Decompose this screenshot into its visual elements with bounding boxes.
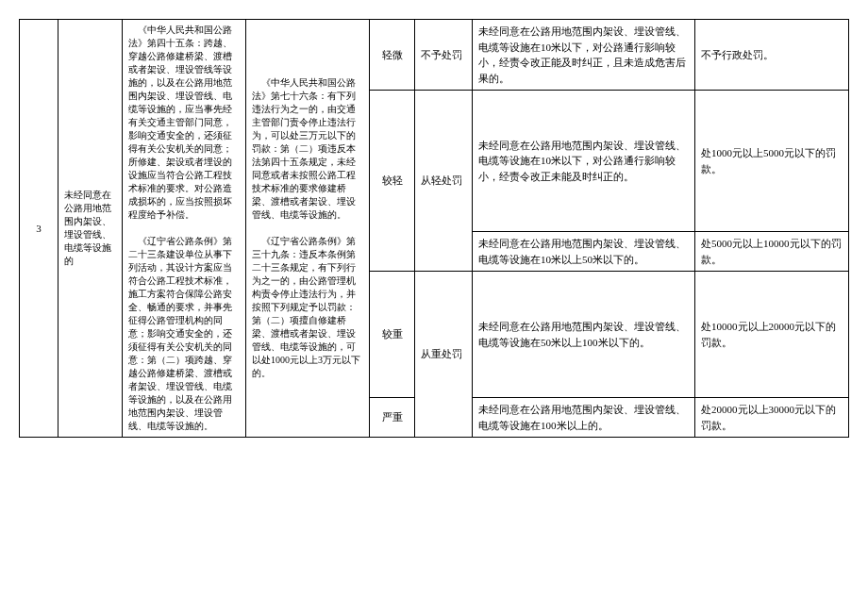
cell-situation-minor: 未经同意在公路用地范围内架设、埋设管线、电缆等设施在10米以下，对公路通行影响较… — [473, 20, 695, 91]
cell-law1: 《中华人民共和国公路法》第四十五条：跨越、穿越公路修建桥梁、渡槽或者架设、埋设管… — [123, 20, 246, 438]
cell-severity-light: 较轻 — [370, 91, 415, 272]
cell-situation-heavy: 未经同意在公路用地范围内架设、埋设管线、电缆等设施在50米以上100米以下的。 — [473, 272, 695, 398]
law1-text-a: 《中华人民共和国公路法》第四十五条：跨越、穿越公路修建桥梁、渡槽或者架设、埋设管… — [128, 24, 240, 222]
cell-penalty-serious: 处20000元以上30000元以下的罚款。 — [695, 398, 849, 438]
cell-penalty-heavy: 处10000元以上20000元以下的罚款。 — [695, 272, 849, 398]
cell-severity-minor: 轻微 — [370, 20, 415, 91]
cell-action-heavy: 从重处罚 — [415, 272, 473, 438]
cell-severity-heavy: 较重 — [370, 272, 415, 398]
cell-situation-light-2: 未经同意在公路用地范围内架设、埋设管线、电缆等设施在10米以上50米以下的。 — [473, 232, 695, 272]
cell-penalty-minor: 不予行政处罚。 — [695, 20, 849, 91]
cell-action-light: 从轻处罚 — [415, 91, 473, 272]
cell-penalty-light-2: 处5000元以上10000元以下的罚款。 — [695, 232, 849, 272]
cell-action-none: 不予处罚 — [415, 20, 473, 91]
cell-law2: 《中华人民共和国公路法》第七十六条：有下列违法行为之一的，由交通主管部门责令停止… — [246, 20, 370, 438]
cell-severity-serious: 严重 — [370, 398, 415, 438]
discretion-table: 3 未经同意在公路用地范围内架设、埋设管线、电缆等设施的 《中华人民共和国公路法… — [19, 19, 849, 438]
cell-situation-light-1: 未经同意在公路用地范围内架设、埋设管线、电缆等设施在10米以下，对公路通行影响较… — [473, 91, 695, 232]
cell-penalty-light-1: 处1000元以上5000元以下的罚款。 — [695, 91, 849, 232]
cell-num: 3 — [20, 20, 58, 438]
law1-text-b: 《辽宁省公路条例》第二十三条建设单位从事下列活动，其设计方案应当符合公路工程技术… — [128, 235, 240, 433]
law2-text-b: 《辽宁省公路条例》第三十九条：违反本条例第二十三条规定，有下列行为之一的，由公路… — [252, 235, 363, 380]
cell-item: 未经同意在公路用地范围内架设、埋设管线、电缆等设施的 — [58, 20, 123, 438]
cell-situation-serious: 未经同意在公路用地范围内架设、埋设管线、电缆等设施在100米以上的。 — [473, 398, 695, 438]
table-row: 3 未经同意在公路用地范围内架设、埋设管线、电缆等设施的 《中华人民共和国公路法… — [20, 20, 849, 91]
law2-text-a: 《中华人民共和国公路法》第七十六条：有下列违法行为之一的，由交通主管部门责令停止… — [252, 76, 363, 222]
